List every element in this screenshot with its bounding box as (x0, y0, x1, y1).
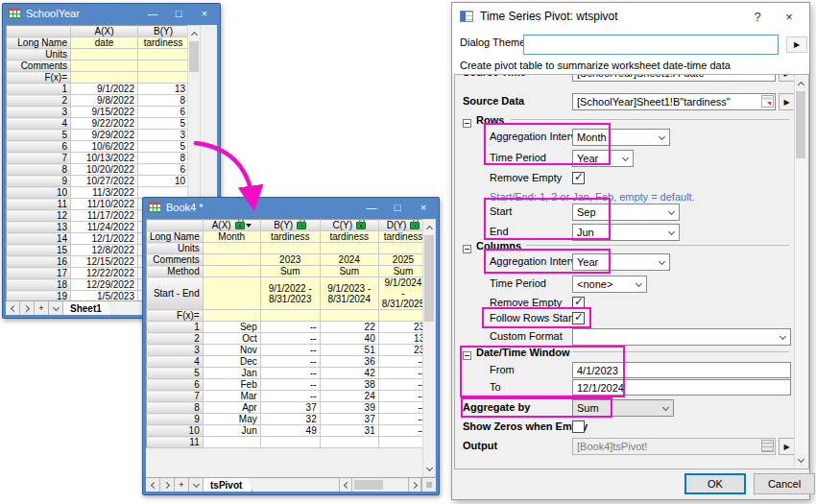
fx-cell[interactable] (378, 310, 428, 322)
column-selector-icon[interactable] (761, 95, 774, 108)
start-select[interactable]: Sep (572, 204, 680, 221)
cell-date[interactable]: 9/8/2022 (71, 95, 138, 107)
column-header[interactable]: B(Y) (260, 220, 320, 231)
follow-rows-start-checkbox[interactable] (572, 312, 585, 324)
close-icon[interactable]: × (194, 6, 215, 21)
cell-value[interactable]: 13 (378, 333, 428, 345)
cell-date[interactable]: 9/29/2022 (71, 130, 138, 141)
help-icon[interactable]: ? (745, 7, 770, 26)
cell-date[interactable]: 11/24/2022 (71, 222, 138, 233)
fx-cell[interactable] (260, 310, 320, 322)
row-index[interactable]: 5 (147, 368, 204, 379)
row-index[interactable]: 2 (7, 95, 71, 107)
cell-date[interactable]: 10/20/2022 (71, 164, 138, 176)
cell-value[interactable]: 31 (320, 425, 378, 437)
tab-tspivot[interactable]: tsPivot (204, 478, 252, 492)
method-label[interactable]: Method (147, 266, 204, 277)
dialog-vscrollbar[interactable] (794, 76, 807, 468)
columns-aggregation-interval-select[interactable]: Year (572, 253, 670, 271)
cell-value[interactable]: Nov (203, 345, 260, 356)
units-label[interactable]: Units (147, 243, 204, 254)
book4-vscrollbar[interactable] (422, 219, 436, 477)
tab-scroll-right-icon[interactable] (20, 301, 35, 315)
minimize-icon[interactable]: — (142, 6, 163, 21)
maximize-icon[interactable]: □ (168, 6, 189, 21)
cell-date[interactable]: 12/22/2022 (71, 268, 138, 279)
tab-scroll-right-icon[interactable] (160, 478, 175, 492)
cell-value[interactable]: 6 (138, 164, 189, 176)
sheet-list-icon[interactable] (49, 301, 63, 315)
row-index[interactable]: 3 (147, 345, 204, 356)
columns-remove-empty-checkbox[interactable] (572, 297, 585, 309)
row-index[interactable]: 15 (7, 245, 71, 256)
cell-value[interactable]: 22 (320, 322, 378, 333)
add-sheet-icon[interactable]: + (175, 478, 189, 492)
long-name-cell[interactable]: Month (203, 231, 260, 243)
collapse-icon[interactable] (463, 245, 471, 253)
row-index[interactable]: 13 (7, 222, 71, 233)
scroll-thumb[interactable] (796, 91, 805, 158)
cell-date[interactable]: 12/15/2022 (71, 256, 138, 268)
cell-value[interactable]: -- (260, 356, 320, 368)
tab-sheet1[interactable]: Sheet1 (63, 301, 112, 315)
from-input[interactable]: 4/1/2023 (572, 362, 791, 378)
scroll-right-icon[interactable] (408, 478, 421, 492)
fx-label[interactable]: F(x)= (147, 310, 204, 322)
method-cell[interactable]: Sum (260, 266, 320, 277)
long-name-cell[interactable]: tardiness (378, 231, 428, 243)
long-name-label[interactable]: Long Name (7, 37, 71, 49)
tab-scroll-left-icon[interactable] (146, 478, 160, 492)
cell-value[interactable]: 23 (378, 322, 428, 333)
long-name-cell[interactable]: tardiness (138, 37, 189, 49)
column-header[interactable]: A(X) (203, 220, 260, 231)
cell-date[interactable]: 12/1/2022 (71, 233, 138, 245)
book4-hscrollbar[interactable]: ▨ (339, 478, 436, 492)
scroll-thumb[interactable] (424, 235, 434, 322)
columns-time-period-select[interactable]: <none> (572, 276, 647, 293)
column-header[interactable]: A(X) (71, 26, 138, 37)
scroll-down-icon[interactable] (795, 454, 806, 467)
units-cell[interactable] (320, 243, 378, 254)
cell-value[interactable]: 49 (260, 425, 320, 437)
cell-value[interactable]: 6 (138, 107, 189, 118)
cell-value[interactable]: -- (378, 391, 428, 402)
cell-value[interactable]: 36 (320, 356, 378, 368)
cell-value[interactable]: Oct (203, 333, 260, 345)
cell-date[interactable]: 11/17/2022 (71, 210, 138, 222)
units-label[interactable]: Units (7, 49, 71, 60)
cell-date[interactable]: 10/6/2022 (71, 141, 138, 153)
long-name-cell[interactable]: tardiness (260, 231, 320, 243)
cell-value[interactable]: 40 (320, 333, 378, 345)
cell-value[interactable]: 24 (320, 391, 378, 402)
cell-value[interactable]: -- (260, 345, 320, 356)
row-index[interactable]: 5 (7, 130, 71, 141)
row-index[interactable]: 12 (7, 210, 71, 222)
cell-date[interactable]: 12/29/2022 (71, 279, 138, 291)
theme-flyout-button[interactable]: ▶ (786, 36, 807, 53)
rows-remove-empty-checkbox[interactable] (572, 172, 585, 184)
comments-label[interactable]: Comments (147, 254, 204, 266)
cell-value[interactable]: Apr (203, 402, 260, 414)
cell-value[interactable]: -- (260, 333, 320, 345)
cell-value[interactable]: May (203, 414, 260, 425)
comments-label[interactable]: Comments (7, 60, 71, 72)
cell-value[interactable]: 8 (138, 153, 189, 164)
cell-value[interactable]: 8 (138, 95, 189, 107)
book4-titlebar[interactable]: Book4 * — □ × (143, 198, 439, 217)
cell-value[interactable] (320, 437, 378, 448)
long-name-cell[interactable]: tardiness (320, 231, 378, 243)
resize-grip-icon[interactable]: ▨ (421, 478, 436, 492)
scroll-up-icon[interactable] (423, 221, 435, 233)
corner-cell[interactable] (7, 26, 71, 37)
cell-value[interactable]: 10 (138, 176, 189, 187)
maximize-icon[interactable]: □ (387, 200, 408, 215)
cell-value[interactable]: -- (378, 368, 428, 379)
cell-date[interactable]: 11/3/2022 (71, 187, 138, 199)
row-index[interactable]: 2 (147, 333, 204, 345)
units-cell[interactable] (203, 243, 260, 254)
row-index[interactable]: 14 (7, 233, 71, 245)
custom-format-select[interactable] (572, 328, 791, 346)
column-header[interactable]: B(Y) (138, 26, 189, 37)
row-index[interactable]: 17 (7, 268, 71, 279)
cell-value[interactable]: 51 (320, 345, 378, 356)
